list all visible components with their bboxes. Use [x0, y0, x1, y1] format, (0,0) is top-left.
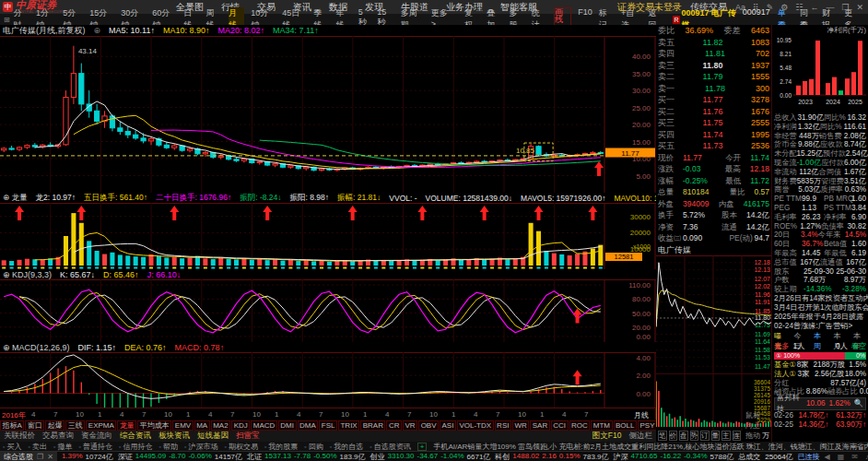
side-tab[interactable]: 订: [700, 431, 710, 441]
indicator-tab[interactable]: MACD: [251, 420, 277, 431]
info-tab[interactable]: 综合资讯: [120, 431, 151, 442]
trade-shortcut[interactable]: ▫自选股资讯: [369, 442, 410, 451]
side-tab[interactable]: 势: [690, 431, 699, 441]
side-tab[interactable]: 盘: [679, 431, 688, 441]
trade-shortcut[interactable]: ▫沪深市场: [184, 442, 217, 451]
indicator-tab[interactable]: EXPMA: [86, 420, 116, 431]
exposure-tab[interactable]: 本年: [853, 331, 866, 341]
indicator-tab[interactable]: KDJ: [231, 420, 250, 431]
news-line[interactable]: 02-24普涨缘:广告营销>: [772, 322, 868, 331]
svg-text:35.00: 35.00: [632, 70, 651, 78]
indicator-tab[interactable]: TRIX: [338, 420, 359, 431]
axis-month-label: 7: [319, 410, 323, 419]
indicator-tab[interactable]: DMA: [298, 420, 319, 431]
trade-shortcut[interactable]: ▫卖出: [28, 442, 46, 451]
f10-button[interactable]: 图文F10: [592, 431, 622, 442]
related-stock-box[interactable]: 富邦科技 10.06 1.62% 🔍: [774, 397, 866, 410]
info-tab[interactable]: 扫雷宝: [236, 431, 260, 442]
info-tab[interactable]: 短线基因: [197, 431, 229, 442]
side-tab[interactable]: 主: [721, 431, 731, 441]
indicator-tab[interactable]: 窗口: [25, 420, 44, 431]
news-line[interactable]: 3月4日召开第1次临时股东会: [772, 303, 868, 313]
indicator-tab[interactable]: MA: [194, 420, 210, 431]
main-chart-canvas[interactable]: 5.0010.0015.0020.0025.0030.0035.0040.001…: [0, 36, 656, 193]
trade-shortcut[interactable]: ▫买入: [3, 442, 21, 451]
search-icon[interactable]: 🔍: [854, 398, 863, 409]
trade-shortcut[interactable]: ▫信用持仓: [119, 442, 152, 451]
stock-picker-panel[interactable]: 综合选股❐✕: [0, 452, 57, 461]
indicator-tab[interactable]: OBV: [418, 420, 439, 431]
trade-shortcut[interactable]: ▫回购: [304, 442, 323, 451]
intraday-mini-chart[interactable]: 12.1812.1312.0712.0211.9611.9111.8511.80…: [656, 255, 771, 431]
side-tab[interactable]: 连: [733, 431, 742, 441]
trade-shortcut[interactable]: ▫我的股票: [264, 442, 298, 451]
info-tab[interactable]: 资金流向: [81, 431, 112, 442]
indicator-tab[interactable]: 三线: [65, 420, 85, 431]
indicator-tab[interactable]: CCI: [551, 420, 569, 431]
indicator-tab[interactable]: RSI: [495, 420, 511, 431]
indicator-tab[interactable]: MTM: [591, 420, 612, 431]
side-tab[interactable]: 笔: [658, 431, 667, 441]
side-tab[interactable]: 量: [711, 431, 721, 441]
trade-shortcut[interactable]: ▫撤单: [53, 442, 72, 451]
news-line[interactable]: 2月26日有14家投资者互动内容: [772, 294, 868, 303]
fin-value: 1.32亿: [798, 123, 820, 132]
side-tab[interactable]: 价: [669, 431, 678, 441]
vol-header-item: MAVOL10: 11818694.00↑: [615, 194, 656, 203]
indicator-tab[interactable]: MA2: [211, 420, 230, 431]
trade-shortcut[interactable]: ▫帮助: [158, 442, 177, 451]
index-amount: 183.9亿: [340, 452, 366, 461]
monitor-icon[interactable]: ▦: [838, 453, 845, 461]
indicator-tab[interactable]: VOL-TDX: [457, 420, 494, 431]
indicator-tab[interactable]: 起爆: [45, 420, 65, 431]
indicator-tab[interactable]: CR: [386, 420, 402, 431]
indicator-tab[interactable]: VR: [403, 420, 417, 431]
indicator-tab[interactable]: 龙量: [117, 420, 136, 431]
indicator-tab[interactable]: EMV: [172, 420, 193, 431]
snap-value: -0.25%: [683, 175, 725, 187]
close-panel-icon[interactable]: ✕: [47, 452, 53, 461]
info-tab[interactable]: 关联报价: [4, 431, 35, 442]
fin-value: 15.25亿: [797, 149, 824, 159]
indicator-tab[interactable]: FSL: [319, 420, 337, 431]
exposure-tab[interactable]: 今日: [793, 331, 806, 341]
trade-shortcut-bar: ▫买入▫卖出▫撤单▫普通持仓▫信用持仓▫帮助▫沪深市场▫期权交易▫我的股票▫回购…: [0, 442, 868, 451]
indicator-tab[interactable]: BRAR: [360, 420, 385, 431]
indicator-tab[interactable]: PSY: [638, 420, 656, 431]
indicator-tab[interactable]: BOLL: [614, 420, 637, 431]
speaker-icon[interactable]: ◀: [825, 453, 830, 461]
indicator-tab[interactable]: ROC: [569, 420, 591, 431]
sidebar-toggle[interactable]: 侧边栏: [629, 431, 653, 442]
indicator-tab[interactable]: DMI: [278, 420, 297, 431]
exposure-tab[interactable]: 本月: [833, 331, 846, 341]
profit-bar-chart[interactable]: 净利润(千万)10.958.215.482.740.00202320242025: [772, 25, 868, 113]
indicator-tab[interactable]: 平均成本: [137, 420, 171, 431]
fund-pct: 18.0%: [844, 370, 866, 379]
fin-label: 未分配: [774, 149, 797, 159]
indicator-tab[interactable]: 指标A: [0, 420, 24, 431]
macd-header: ⊕ MACD(12,26,9)DIF: 1.15↑DEA: 0.76↑MACD:…: [0, 342, 656, 352]
fin-label: Beta值: [824, 240, 851, 249]
macd-chart-canvas[interactable]: 4.002.000.00: [0, 352, 656, 408]
indicator-tab[interactable]: ASI: [440, 420, 456, 431]
trade-shortcut[interactable]: ▫期权交易: [224, 442, 257, 451]
indicator-tab[interactable]: WR: [512, 420, 529, 431]
fin-value: 0.63%: [845, 185, 866, 195]
info-tab[interactable]: 板块资讯: [158, 431, 190, 442]
info-tab[interactable]: 交易查询: [42, 431, 74, 442]
axis-month-label: 4: [31, 410, 35, 419]
indicator-tab[interactable]: SAR: [530, 420, 549, 431]
exposure-tab[interactable]: 本周: [814, 331, 827, 341]
macd-header-item: DIF: 1.15↑: [78, 343, 117, 352]
index-change: -8.70: [169, 452, 185, 461]
layout-icon[interactable]: ⊞: [4, 16, 10, 24]
snapshot-row: 外盘394009内盘416175: [656, 198, 771, 210]
news-line[interactable]: 2025年年报于4月28日披露: [772, 313, 868, 322]
volume-chart-canvas[interactable]: 30000200001000012581x1000: [0, 203, 656, 269]
kdj-chart-canvas[interactable]: 110.0080.0050.0020.000.00: [0, 279, 656, 342]
add-button[interactable]: +: [417, 443, 428, 451]
restore-panel-icon[interactable]: ❐: [37, 452, 43, 461]
mail-icon[interactable]: ✉: [851, 453, 858, 461]
trade-shortcut[interactable]: ▫我的自选: [330, 442, 363, 451]
trade-shortcut[interactable]: ▫普通持仓: [78, 442, 111, 451]
